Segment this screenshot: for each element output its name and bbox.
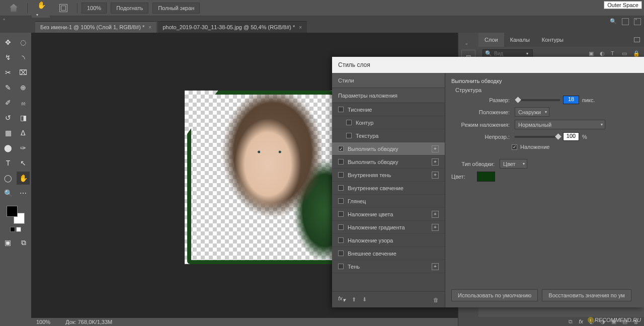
- style-item-0[interactable]: Тиснение: [332, 103, 445, 116]
- styles-header[interactable]: Стили: [332, 73, 445, 88]
- marquee-tool[interactable]: ◌: [17, 36, 30, 49]
- tab-paths[interactable]: Контуры: [536, 33, 570, 47]
- add-effect-icon[interactable]: +: [432, 224, 439, 231]
- style-item-11[interactable]: Внешнее свечение: [332, 247, 445, 260]
- status-zoom[interactable]: 100%: [36, 319, 50, 325]
- status-doc-size[interactable]: Док: 768,0K/1,33M: [65, 319, 112, 325]
- link-layers-icon[interactable]: ⧉: [569, 318, 573, 325]
- pen-tool[interactable]: ✑: [17, 141, 30, 154]
- zoom-level[interactable]: 100%: [82, 3, 107, 14]
- healing-tool[interactable]: ⊕: [17, 81, 30, 94]
- style-checkbox[interactable]: [338, 198, 344, 204]
- style-checkbox[interactable]: [338, 107, 344, 112]
- style-item-9[interactable]: Наложение градиента+: [332, 221, 445, 234]
- size-slider[interactable]: [515, 99, 560, 101]
- foreground-swatch[interactable]: [7, 206, 18, 217]
- frame-tool[interactable]: ⌧: [17, 66, 30, 79]
- stroke-type-dropdown[interactable]: Цвет: [500, 159, 527, 169]
- reset-default-button[interactable]: Восстановить значения по ум: [542, 289, 631, 301]
- style-checkbox[interactable]: [338, 185, 344, 191]
- style-item-1[interactable]: Контур: [332, 116, 445, 129]
- zoom-tool[interactable]: 🔍: [2, 187, 15, 200]
- style-item-12[interactable]: Тень+: [332, 260, 445, 273]
- filter-shape-icon[interactable]: ▭: [622, 50, 629, 57]
- fullscreen-button[interactable]: Полный экран: [152, 3, 200, 14]
- filter-type-icon[interactable]: T: [611, 50, 618, 57]
- style-checkbox[interactable]: [338, 146, 344, 151]
- filter-adjust-icon[interactable]: ◐: [600, 50, 607, 57]
- style-checkbox[interactable]: [338, 224, 344, 230]
- style-checkbox[interactable]: [338, 251, 344, 256]
- dodge-tool[interactable]: ⬤: [2, 141, 15, 154]
- crop-tool[interactable]: ✂: [2, 66, 15, 79]
- lasso-tool[interactable]: ↯: [2, 51, 15, 64]
- fit-button[interactable]: Подогнать: [111, 3, 148, 14]
- size-input[interactable]: 18: [563, 96, 579, 104]
- close-icon[interactable]: ×: [148, 25, 151, 30]
- blend-mode-dropdown[interactable]: Нормальный: [515, 120, 605, 129]
- style-item-5[interactable]: Внутренняя тень+: [332, 169, 445, 182]
- add-effect-icon[interactable]: +: [432, 172, 439, 179]
- style-checkbox[interactable]: [338, 172, 344, 178]
- dialog-titlebar[interactable]: Стиль слоя: [332, 57, 644, 73]
- style-checkbox[interactable]: [346, 120, 352, 125]
- style-item-3[interactable]: Выполнить обводку+: [332, 142, 445, 155]
- style-item-7[interactable]: Глянец: [332, 195, 445, 208]
- add-effect-icon[interactable]: +: [432, 211, 439, 218]
- style-checkbox[interactable]: [346, 133, 352, 138]
- style-item-10[interactable]: Наложение узора: [332, 234, 445, 247]
- style-checkbox[interactable]: [338, 159, 344, 165]
- eraser-tool[interactable]: ◨: [17, 111, 30, 124]
- layer-fx-icon[interactable]: fx: [579, 318, 583, 324]
- style-checkbox[interactable]: [338, 211, 344, 217]
- style-checkbox[interactable]: [338, 237, 344, 243]
- type-tool[interactable]: T: [2, 156, 15, 170]
- filter-pixel-icon[interactable]: ▣: [589, 50, 596, 57]
- shape-tool[interactable]: ◯: [2, 172, 15, 185]
- blur-tool[interactable]: ᐃ: [17, 126, 30, 139]
- make-default-button[interactable]: Использовать по умолчанию: [451, 289, 538, 301]
- move-up-icon[interactable]: ⬆: [352, 296, 356, 303]
- eyedropper-tool[interactable]: ✎: [2, 81, 15, 94]
- swap-colors-icon[interactable]: [16, 227, 21, 232]
- close-icon[interactable]: ×: [299, 25, 302, 30]
- screenmode-tool[interactable]: ⧉: [17, 236, 30, 249]
- quick-select-tool[interactable]: ৲: [17, 51, 30, 64]
- panel-menu-icon[interactable]: [634, 37, 640, 42]
- overprint-checkbox[interactable]: [512, 144, 517, 150]
- add-effect-icon[interactable]: +: [432, 263, 439, 270]
- move-down-icon[interactable]: ⬇: [362, 296, 367, 303]
- default-colors-icon[interactable]: [10, 227, 15, 232]
- brush-tool[interactable]: ✐: [2, 96, 15, 109]
- color-swatches[interactable]: [6, 205, 26, 225]
- style-item-6[interactable]: Внутреннее свечение: [332, 182, 445, 195]
- hand-tool-indicator[interactable]: ▾: [32, 0, 50, 18]
- stroke-color-swatch[interactable]: [477, 172, 495, 182]
- home-button[interactable]: [4, 2, 23, 15]
- workspace-icon-1[interactable]: [622, 18, 629, 25]
- search-icon[interactable]: 🔍: [610, 18, 617, 25]
- gradient-tool[interactable]: ▦: [2, 126, 15, 139]
- collapse-icon[interactable]: «: [465, 42, 471, 45]
- quickmask-tool[interactable]: ▣: [1, 236, 14, 249]
- hand-tool[interactable]: ✋: [17, 172, 30, 185]
- filter-smart-icon[interactable]: 🔒: [633, 50, 640, 57]
- document-tab-2[interactable]: photo_2019-07-30_11-38-05.jpg @ 50,4% (R…: [157, 21, 307, 33]
- tab-layers[interactable]: Слои: [478, 33, 504, 47]
- tab-channels[interactable]: Каналы: [504, 33, 536, 47]
- more-tools[interactable]: ⋯: [17, 187, 30, 200]
- stamp-tool[interactable]: ⎂: [17, 96, 30, 109]
- fx-icon[interactable]: fx▾: [338, 295, 346, 303]
- collapse-left-icon[interactable]: «: [3, 17, 9, 20]
- document-tab-1[interactable]: Без имени-1 @ 100% (Слой 1, RGB/8#) * ×: [35, 21, 156, 33]
- opacity-input[interactable]: 100: [563, 132, 579, 141]
- scroll-all-windows[interactable]: [54, 2, 73, 15]
- style-checkbox[interactable]: [338, 264, 344, 269]
- filter-input[interactable]: [494, 51, 524, 56]
- move-tool[interactable]: ✥: [2, 36, 15, 49]
- opacity-slider[interactable]: [515, 136, 560, 138]
- style-item-4[interactable]: Выполнить обводку+: [332, 155, 445, 169]
- style-item-8[interactable]: Наложение цвета+: [332, 208, 445, 221]
- style-item-2[interactable]: Текстура: [332, 129, 445, 142]
- workspace-icon-2[interactable]: [634, 18, 641, 25]
